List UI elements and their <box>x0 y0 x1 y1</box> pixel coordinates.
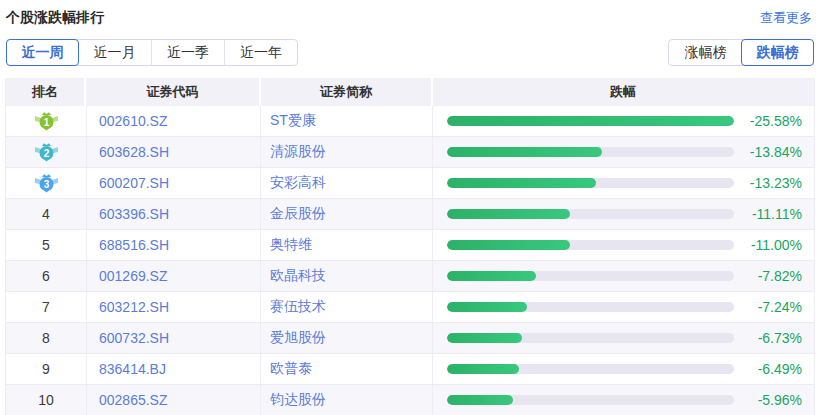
table-header-row: 排名 证券代码 证券简称 跌幅 <box>6 78 814 106</box>
tab-rank-1[interactable]: 跌幅榜 <box>741 39 814 66</box>
stock-code-link[interactable]: 002865.SZ <box>86 385 261 415</box>
stock-code-link[interactable]: 836414.BJ <box>86 354 261 384</box>
decline-bar-track <box>447 333 734 343</box>
table-row[interactable]: 7 603212.SH 赛伍技术 -7.24% <box>6 292 814 323</box>
stock-rank-panel: 个股涨跌幅排行 查看更多 近一周近一月近一季近一年 涨幅榜跌幅榜 排名 证券代码… <box>0 0 820 415</box>
rank-cell: 4 <box>6 206 86 222</box>
decline-bar-track <box>447 302 734 312</box>
decline-percent: -7.82% <box>734 268 813 284</box>
stock-name-link[interactable]: 安彩高科 <box>261 168 433 198</box>
tab-period-0[interactable]: 近一周 <box>6 39 79 66</box>
decline-bar-track <box>447 271 734 281</box>
stock-name-link[interactable]: ST爱康 <box>261 106 433 136</box>
decline-percent: -7.24% <box>734 299 813 315</box>
table-row[interactable]: 9 836414.BJ 欧普泰 -6.49% <box>6 354 814 385</box>
decline-bar-fill <box>447 395 513 405</box>
stock-code-link[interactable]: 002610.SZ <box>86 106 261 136</box>
decline-bar-fill <box>447 147 602 157</box>
decline-percent: -11.00% <box>734 237 813 253</box>
decline-percent: -6.73% <box>734 330 813 346</box>
tab-rank-0[interactable]: 涨幅榜 <box>669 40 742 65</box>
tab-row: 近一周近一月近一季近一年 涨幅榜跌幅榜 <box>6 39 814 66</box>
table-row[interactable]: 6 001269.SZ 欧晶科技 -7.82% <box>6 261 814 292</box>
table-row[interactable]: 8 600732.SH 爱旭股份 -6.73% <box>6 323 814 354</box>
decline-cell: -6.73% <box>433 330 813 346</box>
rank-table: 排名 证券代码 证券简称 跌幅 1 002610.SZ ST爱康 -25.58%… <box>5 78 815 415</box>
rank-number: 6 <box>42 268 50 284</box>
decline-percent: -11.11% <box>734 206 813 222</box>
stock-code-link[interactable]: 603628.SH <box>86 137 261 167</box>
rank-number: 10 <box>38 392 54 408</box>
stock-code-link[interactable]: 001269.SZ <box>86 261 261 291</box>
stock-code-link[interactable]: 603212.SH <box>86 292 261 322</box>
decline-cell: -11.11% <box>433 206 813 222</box>
rank-tab-group: 涨幅榜跌幅榜 <box>668 39 814 66</box>
rank-cell: 9 <box>6 361 86 377</box>
decline-cell: -6.49% <box>433 361 813 377</box>
stock-name-link[interactable]: 钧达股份 <box>261 385 433 415</box>
stock-name-link[interactable]: 爱旭股份 <box>261 323 433 353</box>
svg-text:2: 2 <box>43 148 49 159</box>
panel-header: 个股涨跌幅排行 查看更多 <box>0 0 820 27</box>
stock-name-link[interactable]: 奥特维 <box>261 230 433 260</box>
column-header-code: 证券代码 <box>86 78 261 106</box>
table-row[interactable]: 3 600207.SH 安彩高科 -13.23% <box>6 168 814 199</box>
column-header-decline: 跌幅 <box>433 78 813 106</box>
rank-number: 7 <box>42 299 50 315</box>
decline-bar-fill <box>447 302 527 312</box>
decline-bar-track <box>447 240 734 250</box>
decline-percent: -13.84% <box>734 144 813 160</box>
decline-cell: -5.96% <box>433 392 813 408</box>
decline-bar-fill <box>447 116 734 126</box>
rank-number: 9 <box>42 361 50 377</box>
table-body: 1 002610.SZ ST爱康 -25.58% 2 603628.SH 清源股… <box>6 106 814 415</box>
decline-cell: -11.00% <box>433 237 813 253</box>
column-header-name: 证券简称 <box>261 78 433 106</box>
rank-number: 5 <box>42 237 50 253</box>
rank-cell: 1 <box>6 111 86 131</box>
stock-name-link[interactable]: 赛伍技术 <box>261 292 433 322</box>
decline-percent: -5.96% <box>734 392 813 408</box>
table-row[interactable]: 2 603628.SH 清源股份 -13.84% <box>6 137 814 168</box>
decline-cell: -13.23% <box>433 175 813 191</box>
decline-cell: -13.84% <box>433 144 813 160</box>
stock-name-link[interactable]: 金辰股份 <box>261 199 433 229</box>
medal-rank-2-icon: 2 <box>34 142 59 162</box>
stock-name-link[interactable]: 欧晶科技 <box>261 261 433 291</box>
decline-percent: -25.58% <box>734 113 813 129</box>
decline-cell: -7.24% <box>433 299 813 315</box>
tab-period-1[interactable]: 近一月 <box>78 40 151 65</box>
rank-cell: 5 <box>6 237 86 253</box>
table-row[interactable]: 1 002610.SZ ST爱康 -25.58% <box>6 106 814 137</box>
table-row[interactable]: 10 002865.SZ 钧达股份 -5.96% <box>6 385 814 415</box>
stock-code-link[interactable]: 600207.SH <box>86 168 261 198</box>
table-row[interactable]: 5 688516.SH 奥特维 -11.00% <box>6 230 814 261</box>
table-row[interactable]: 4 603396.SH 金辰股份 -11.11% <box>6 199 814 230</box>
view-more-link[interactable]: 查看更多 <box>760 9 812 27</box>
svg-text:3: 3 <box>43 179 49 190</box>
tab-period-2[interactable]: 近一季 <box>151 40 224 65</box>
decline-percent: -6.49% <box>734 361 813 377</box>
decline-bar-track <box>447 395 734 405</box>
stock-code-link[interactable]: 603396.SH <box>86 199 261 229</box>
rank-number: 4 <box>42 206 50 222</box>
decline-bar-fill <box>447 209 570 219</box>
decline-bar-fill <box>447 271 536 281</box>
period-tab-group: 近一周近一月近一季近一年 <box>6 39 298 66</box>
tab-period-3[interactable]: 近一年 <box>224 40 297 65</box>
decline-cell: -7.82% <box>433 268 813 284</box>
decline-bar-fill <box>447 364 519 374</box>
stock-name-link[interactable]: 欧普泰 <box>261 354 433 384</box>
svg-text:1: 1 <box>43 117 49 128</box>
rank-cell: 2 <box>6 142 86 162</box>
page-title: 个股涨跌幅排行 <box>6 9 104 27</box>
stock-code-link[interactable]: 688516.SH <box>86 230 261 260</box>
rank-cell: 7 <box>6 299 86 315</box>
rank-number: 8 <box>42 330 50 346</box>
decline-bar-fill <box>447 178 596 188</box>
rank-cell: 8 <box>6 330 86 346</box>
stock-name-link[interactable]: 清源股份 <box>261 137 433 167</box>
stock-code-link[interactable]: 600732.SH <box>86 323 261 353</box>
column-header-rank: 排名 <box>6 78 86 106</box>
decline-percent: -13.23% <box>734 175 813 191</box>
